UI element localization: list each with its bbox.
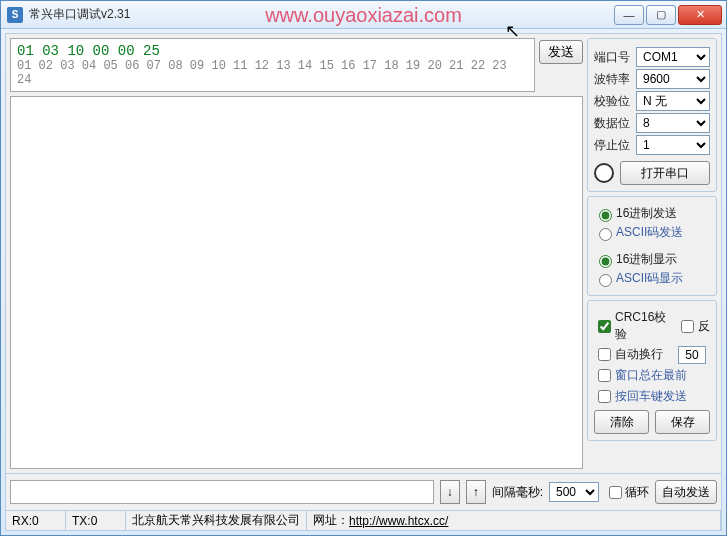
send-command-text: 01 03 10 00 00 25 [17,43,528,59]
stopbits-label: 停止位 [594,137,636,154]
window-title: 常兴串口调试v2.31 [29,6,130,23]
mode-group: 16进制发送 ASCII码发送 16进制显示 ASCII码显示 [587,196,717,296]
window-controls: — ▢ ✕ [612,5,722,25]
status-url-label: 网址： [313,512,349,529]
send-ascii-radio[interactable]: ASCII码发送 [594,224,710,241]
autowrap-value-input[interactable] [678,346,706,364]
status-url-link[interactable]: http://www.htcx.cc/ [349,514,448,528]
port-status-led [594,163,614,183]
status-tx: TX:0 [66,511,126,530]
close-button[interactable]: ✕ [678,5,722,25]
parity-select[interactable]: N 无 [636,91,710,111]
display-ascii-radio[interactable]: ASCII码显示 [594,270,710,287]
loop-checkbox[interactable]: 循环 [605,483,649,502]
status-rx: RX:0 [6,511,66,530]
status-company: 北京航天常兴科技发展有限公司 [126,511,307,530]
client-area: 01 03 10 00 00 25 01 02 03 04 05 06 07 0… [5,33,722,531]
receive-output[interactable] [10,96,583,469]
title-bar[interactable]: S 常兴串口调试v2.31 — ▢ ✕ [1,1,726,29]
reverse-checkbox[interactable]: 反 [677,317,710,336]
history-input[interactable] [10,480,434,504]
interval-select[interactable]: 500 [549,482,599,502]
baud-label: 波特率 [594,71,636,88]
history-down-button[interactable]: ↓ [440,480,460,504]
minimize-button[interactable]: — [614,5,644,25]
clear-button[interactable]: 清除 [594,410,649,434]
parity-label: 校验位 [594,93,636,110]
databits-select[interactable]: 8 [636,113,710,133]
port-settings-group: 端口号 COM1 波特率 9600 校验位 N 无 数据位 8 [587,38,717,192]
maximize-button[interactable]: ▢ [646,5,676,25]
app-icon: S [7,7,23,23]
send-button[interactable]: 发送 [539,40,583,64]
port-label: 端口号 [594,49,636,66]
display-hex-radio[interactable]: 16进制显示 [594,251,710,268]
databits-label: 数据位 [594,115,636,132]
stopbits-select[interactable]: 1 [636,135,710,155]
status-bar: RX:0 TX:0 北京航天常兴科技发展有限公司 网址： http://www.… [6,510,721,530]
open-port-button[interactable]: 打开串口 [620,161,710,185]
enter-send-checkbox[interactable]: 按回车键发送 [594,387,710,406]
baud-select[interactable]: 9600 [636,69,710,89]
app-window: S 常兴串口调试v2.31 — ▢ ✕ 01 03 10 00 00 25 01… [0,0,727,536]
interval-label: 间隔毫秒: [492,484,543,501]
byte-ruler: 01 02 03 04 05 06 07 08 09 10 11 12 13 1… [17,59,528,87]
history-up-button[interactable]: ↑ [466,480,486,504]
save-button[interactable]: 保存 [655,410,710,434]
send-input[interactable]: 01 03 10 00 00 25 01 02 03 04 05 06 07 0… [10,38,535,92]
bottom-bar: ↓ ↑ 间隔毫秒: 500 循环 自动发送 [6,473,721,510]
send-hex-radio[interactable]: 16进制发送 [594,205,710,222]
crc-checkbox[interactable]: CRC16校验 [594,309,677,343]
options-group: CRC16校验 反 自动换行 窗口总在最前 按回车键发送 清除 保存 [587,300,717,441]
topmost-checkbox[interactable]: 窗口总在最前 [594,366,710,385]
auto-send-button[interactable]: 自动发送 [655,480,717,504]
autowrap-checkbox[interactable]: 自动换行 [594,345,663,364]
port-select[interactable]: COM1 [636,47,710,67]
